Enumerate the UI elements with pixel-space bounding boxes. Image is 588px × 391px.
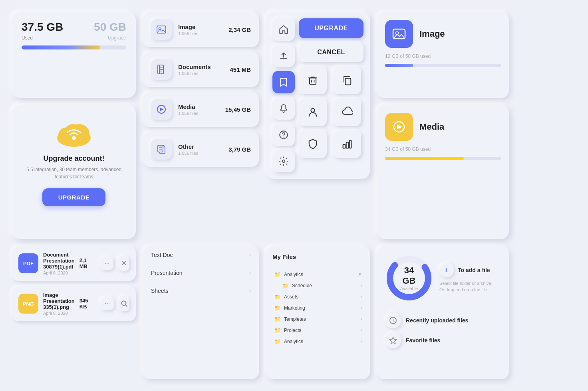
media-storage-usage: 34 GB of 50 GB used	[385, 146, 501, 152]
media-storage-card: Media 34 GB of 50 GB used	[377, 105, 509, 239]
folder-icon-projects: 📁	[274, 327, 281, 334]
other-type-name: Other	[178, 143, 222, 150]
nav-bookmark-btn[interactable]	[272, 71, 295, 93]
folder-analytics-sub[interactable]: 📁 Analytics ›	[272, 336, 364, 347]
upgrade-account-card: Upgrade account! 5 5 integration, 30 tea…	[12, 105, 136, 239]
nav-trash-btn[interactable]	[299, 66, 327, 94]
my-files-card: My Files 📁 Analytics ▼ 📁 Schedule › 📁 As…	[266, 246, 370, 379]
donut-gb: 34 GB	[397, 265, 421, 286]
media-storage-progress-bg	[385, 157, 501, 160]
donut-chart: 34 GB Available	[385, 254, 433, 302]
nav-home-btn[interactable]	[272, 18, 295, 41]
folder-name-marketing: Marketing	[284, 305, 305, 311]
file-type-documents: Documents 1,056 files 451 MB	[143, 52, 259, 87]
file-name-png: Image Presentation 335(1).png	[43, 292, 75, 310]
documents-type-count: 1,056 files	[178, 71, 223, 76]
media-type-name: Media	[178, 103, 219, 110]
nav-user-btn[interactable]	[299, 98, 327, 126]
folder-templetes[interactable]: 📁 Templetes ›	[272, 314, 364, 325]
nav-chart-btn[interactable]	[333, 130, 361, 158]
menu-chevron-sheets: ›	[249, 288, 251, 294]
image-storage-usage: 12 GB of 50 GB used	[385, 53, 501, 59]
star-icon	[385, 332, 401, 348]
nav-upgrade-btn[interactable]: UPGRADE	[299, 18, 364, 38]
file-name-pdf: Document Presentation 30879(1).pdf	[43, 252, 75, 270]
nav-upload-btn[interactable]	[272, 45, 295, 67]
nav-action-col: UPGRADE CANCEL	[299, 18, 364, 172]
storage-used-label: Used	[22, 35, 33, 41]
media-type-count: 1,056 files	[178, 111, 219, 116]
add-file-plus-btn[interactable]: +	[439, 263, 454, 277]
folder-arrow-templetes: ›	[361, 317, 362, 321]
favorite-files-label: Favorite files	[406, 337, 440, 344]
folder-projects[interactable]: 📁 Projects ›	[272, 325, 364, 336]
nav-help-btn[interactable]	[272, 124, 295, 146]
storage-progress-fill	[22, 45, 100, 49]
files-list-card: PDF Document Presentation 30879(1).pdf A…	[12, 246, 136, 379]
file-item-png: PNG Image Presentation 335(1).png April …	[12, 286, 136, 321]
file-close-btn[interactable]: ✕	[118, 256, 129, 271]
svg-point-26	[311, 109, 314, 112]
nav-bell-btn[interactable]	[272, 97, 295, 120]
svg-rect-29	[350, 140, 352, 148]
file-search-btn[interactable]	[119, 296, 129, 311]
folder-schedule[interactable]: 📁 Schedule ›	[280, 280, 364, 291]
folder-arrow-schedule: ›	[361, 283, 362, 288]
nav-cancel-btn[interactable]: CANCEL	[299, 42, 364, 62]
folder-icon-assets: 📁	[274, 294, 281, 300]
image-storage-progress-bg	[385, 64, 501, 67]
svg-point-4	[72, 136, 76, 140]
file-dots-png[interactable]: ···	[101, 297, 114, 310]
folder-name-projects: Projects	[284, 328, 301, 333]
svg-rect-7	[157, 26, 166, 33]
image-storage-card: Image 12 GB of 50 GB used	[377, 12, 509, 98]
folder-icon-analytics-sub: 📁	[274, 338, 281, 345]
cloud-icon	[52, 116, 96, 148]
recent-files-item[interactable]: Recently uploaded files	[385, 312, 501, 328]
nav-settings-btn[interactable]	[272, 150, 295, 172]
svg-rect-28	[346, 142, 349, 148]
folder-name-schedule: Schedule	[292, 283, 312, 288]
nav-icons-grid	[299, 66, 364, 158]
nav-sidebar-card: UPGRADE CANCEL	[266, 12, 370, 179]
nav-column: UPGRADE CANCEL	[266, 12, 370, 239]
nav-cloud-btn[interactable]	[333, 98, 361, 126]
svg-rect-16	[158, 145, 163, 152]
svg-point-21	[282, 160, 285, 163]
nav-shield-btn[interactable]	[299, 130, 327, 158]
svg-line-6	[125, 305, 127, 307]
upgrade-title: Upgrade account!	[43, 154, 104, 163]
storage-total-gb: 50 GB	[94, 21, 126, 34]
my-files-folder-list: 📁 Analytics ▼ 📁 Schedule › 📁 Assets ›	[272, 269, 364, 347]
menu-item-presentation[interactable]: Presentation ›	[143, 264, 259, 282]
file-size-png: 345 KB	[79, 298, 92, 310]
favorite-files-item[interactable]: Favorite files	[385, 332, 501, 348]
file-date-pdf: April 6, 2020	[43, 271, 75, 275]
nav-copy-btn[interactable]	[333, 66, 361, 94]
donut-card: 34 GB Available + To add a file Select f…	[377, 246, 509, 379]
image-type-count: 1,056 files	[178, 31, 222, 36]
file-badge-pdf: PDF	[18, 253, 38, 273]
folder-arrow-marketing: ›	[361, 306, 362, 310]
menu-card: Text Doc › Presentation › Sheets ›	[143, 246, 259, 379]
file-dots-pdf[interactable]: ···	[100, 257, 113, 270]
menu-item-textdoc[interactable]: Text Doc ›	[143, 246, 259, 264]
folder-marketing[interactable]: 📁 Marketing ›	[272, 302, 364, 314]
upgrade-desc: 5 5 integration, 30 team members, advanc…	[22, 166, 126, 180]
documents-type-size: 451 MB	[230, 66, 251, 73]
menu-label-presentation: Presentation	[151, 270, 183, 276]
folder-assets[interactable]: 📁 Assets ›	[272, 291, 364, 302]
upgrade-button[interactable]: UPGRADE	[42, 188, 106, 206]
image-storage-progress-fill	[385, 64, 413, 67]
image-type-icon	[151, 19, 172, 40]
storage-used-gb: 37.5 GB	[22, 21, 63, 34]
folder-analytics-main[interactable]: 📁 Analytics ▼	[272, 269, 364, 280]
image-type-name: Image	[178, 24, 222, 30]
menu-item-sheets[interactable]: Sheets ›	[143, 282, 259, 300]
other-type-count: 1,056 files	[178, 151, 222, 156]
menu-chevron-presentation: ›	[249, 270, 251, 276]
folder-name-analytics-sub: Analytics	[284, 339, 303, 344]
menu-chevron-textdoc: ›	[249, 252, 251, 258]
folder-arrow-analytics-sub: ›	[361, 339, 362, 344]
media-type-size: 15,45 GB	[225, 106, 251, 113]
